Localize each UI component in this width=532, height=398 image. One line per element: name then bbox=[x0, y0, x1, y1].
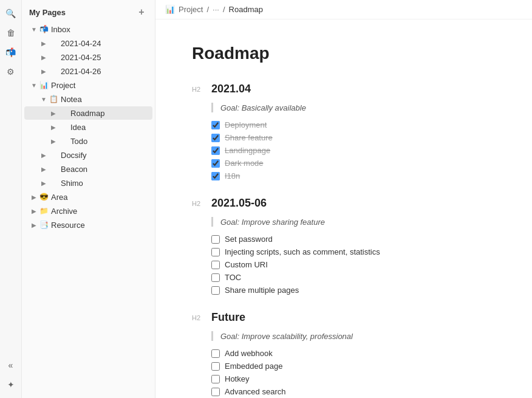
breadcrumb-project-icon: 📊 bbox=[165, 5, 175, 14]
checklist-item: Deployment bbox=[211, 118, 496, 131]
sidebar-item-notea[interactable]: ▼ 📋 Notea bbox=[24, 92, 152, 106]
section-heading-1: H2 2021.04 bbox=[192, 83, 496, 95]
page-icon bbox=[49, 66, 58, 76]
checklist-item-text: TOC bbox=[225, 273, 241, 282]
nav-tree: ▼ 📬 Inbox ▶ 2021-04-24 ▶ 2021-04-25 ▶ 20… bbox=[22, 22, 155, 398]
sidebar-item-label: Roadmap bbox=[70, 109, 148, 118]
checklist-item-text: Advanced search bbox=[225, 387, 285, 396]
page-icon bbox=[49, 38, 58, 48]
breadcrumb-sep2: / bbox=[223, 5, 225, 14]
chevron-right-icon: ▶ bbox=[49, 108, 58, 118]
sidebar-item-resource[interactable]: ▶ 📑 Resource bbox=[24, 218, 152, 232]
goal-text-1: Goal: Basically available bbox=[220, 103, 306, 112]
sidebar-item-label: Project bbox=[51, 81, 148, 90]
chevron-right-icon: ▶ bbox=[29, 192, 39, 202]
section-2021-05-06: H2 2021.05-06 Goal: Improve sharing feat… bbox=[192, 197, 496, 297]
checkbox-share-multiple[interactable] bbox=[211, 286, 220, 295]
checklist-item: I18n bbox=[211, 170, 496, 182]
sidebar-item-beacon[interactable]: ▶ Beacon bbox=[24, 162, 152, 176]
area-icon: 😎 bbox=[39, 192, 49, 202]
sidebar-item-2021-04-24[interactable]: ▶ 2021-04-24 bbox=[24, 36, 152, 50]
checklist-item-text: Set password bbox=[225, 235, 273, 244]
sidebar-item-project[interactable]: ▼ 📊 Project bbox=[24, 78, 152, 92]
checklist-item: Custom URI bbox=[211, 258, 496, 271]
checkbox-share-feature[interactable] bbox=[211, 134, 220, 142]
chevron-down-icon: ▼ bbox=[29, 24, 39, 34]
section-title-1: 2021.04 bbox=[211, 83, 251, 95]
bottom-icons: « ✦ bbox=[2, 357, 19, 398]
goal-block-2: Goal: Improve sharing feature bbox=[211, 217, 496, 227]
sidebar-item-label: 2021-04-26 bbox=[61, 67, 148, 76]
checklist-item: Set password bbox=[211, 233, 496, 245]
sidebar-item-area[interactable]: ▶ 😎 Area bbox=[24, 190, 152, 204]
checkbox-add-webhook[interactable] bbox=[211, 349, 220, 358]
chevron-right-icon: ▶ bbox=[39, 164, 49, 174]
checklist-3: Add webhook Embedded page Hotkey Advance… bbox=[211, 347, 496, 398]
checkbox-deployment[interactable] bbox=[211, 121, 220, 129]
breadcrumb-dots[interactable]: ··· bbox=[213, 5, 219, 14]
chevron-right-icon: ▶ bbox=[49, 136, 58, 146]
chevron-right-icon: ▶ bbox=[39, 38, 49, 48]
sidebar-item-label: Archive bbox=[51, 207, 148, 216]
checklist-item-text: Add webhook bbox=[225, 349, 273, 358]
checklist-item: TOC bbox=[211, 271, 496, 284]
section-2021-04: H2 2021.04 Goal: Basically available Dep… bbox=[192, 83, 496, 182]
sidebar-item-todo[interactable]: ▶ Todo bbox=[24, 134, 152, 148]
checklist-item: Advanced search bbox=[211, 385, 496, 398]
sidebar-item-docsify[interactable]: ▶ Docsify bbox=[24, 148, 152, 162]
checkbox-advanced-search[interactable] bbox=[211, 388, 220, 396]
checkbox-custom-uri[interactable] bbox=[211, 261, 220, 269]
sidebar-item-label: Inbox bbox=[51, 25, 148, 34]
checkbox-embedded-page[interactable] bbox=[211, 362, 220, 371]
project-icon: 📊 bbox=[39, 80, 49, 90]
sidebar-item-2021-04-25[interactable]: ▶ 2021-04-25 bbox=[24, 50, 152, 64]
goal-block-1: Goal: Basically available bbox=[211, 103, 496, 112]
inbox-icon[interactable]: 📬 bbox=[2, 44, 19, 61]
checkbox-landingpage[interactable] bbox=[211, 146, 220, 155]
h2-label: H2 bbox=[192, 200, 206, 207]
chevron-right-icon: ▶ bbox=[29, 220, 39, 230]
checklist-item-text: Injecting scripts, such as comment, stat… bbox=[225, 247, 380, 256]
search-icon[interactable]: 🔍 bbox=[2, 5, 19, 22]
breadcrumb-sep1: / bbox=[206, 5, 209, 14]
sidebar-item-label: Docsify bbox=[61, 151, 148, 160]
sidebar-item-2021-04-26[interactable]: ▶ 2021-04-26 bbox=[24, 64, 152, 78]
checklist-item-text: Share feature bbox=[225, 133, 273, 142]
chevron-down-icon: ▼ bbox=[39, 94, 49, 104]
page-icon bbox=[58, 108, 68, 118]
checkbox-dark-mode[interactable] bbox=[211, 159, 220, 168]
sidebar-item-shimo[interactable]: ▶ Shimo bbox=[24, 176, 152, 190]
breadcrumb-project[interactable]: Project bbox=[179, 5, 203, 14]
sidebar-item-roadmap[interactable]: ▶ Roadmap bbox=[24, 106, 152, 120]
checkbox-injecting-scripts[interactable] bbox=[211, 248, 220, 256]
page-icon bbox=[49, 52, 58, 62]
checkbox-toc[interactable] bbox=[211, 273, 220, 282]
sidebar-item-label: 2021-04-25 bbox=[61, 53, 148, 62]
checklist-item-text: Embedded page bbox=[225, 362, 282, 371]
trash-icon[interactable]: 🗑 bbox=[2, 24, 19, 41]
add-page-button[interactable]: + bbox=[135, 6, 148, 18]
breadcrumb: 📊 Project / ··· / Roadmap bbox=[155, 0, 532, 19]
checkbox-set-password[interactable] bbox=[211, 235, 220, 244]
inbox-nav-icon: 📬 bbox=[39, 24, 49, 34]
sidebar-item-archive[interactable]: ▶ 📁 Archive bbox=[24, 204, 152, 218]
section-heading-2: H2 2021.05-06 bbox=[192, 197, 496, 210]
page-icon bbox=[49, 178, 58, 188]
nav-panel: My Pages + ▼ 📬 Inbox ▶ 2021-04-24 ▶ 2021… bbox=[22, 0, 155, 398]
checkbox-hotkey[interactable] bbox=[211, 375, 220, 383]
chevron-right-icon: ▶ bbox=[39, 178, 49, 188]
sidebar-item-inbox[interactable]: ▼ 📬 Inbox bbox=[24, 22, 152, 36]
sparkle-icon[interactable]: ✦ bbox=[2, 376, 19, 393]
chevron-right-icon: ▶ bbox=[49, 122, 58, 132]
checkbox-i18n[interactable] bbox=[211, 172, 220, 180]
collapse-icon[interactable]: « bbox=[2, 357, 19, 374]
checklist-item: Hotkey bbox=[211, 372, 496, 385]
settings-icon[interactable]: ⚙ bbox=[2, 63, 19, 80]
page-title: Roadmap bbox=[192, 44, 496, 63]
checklist-item: Share multiple pages bbox=[211, 284, 496, 297]
breadcrumb-current: Roadmap bbox=[229, 5, 263, 14]
sidebar-item-idea[interactable]: ▶ Idea bbox=[24, 120, 152, 134]
section-heading-3: H2 Future bbox=[192, 311, 496, 324]
page-icon bbox=[58, 122, 68, 132]
checklist-item-text: Landingpage bbox=[225, 146, 270, 155]
